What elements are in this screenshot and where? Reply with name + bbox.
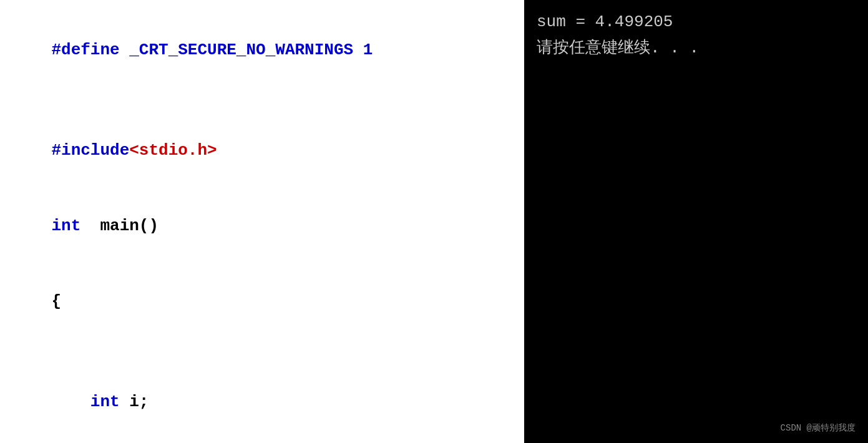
code-line-1: #define _CRT_SECURE_NO_WARNINGS 1 <box>12 12 512 88</box>
var-i: i; <box>120 392 149 411</box>
keyword-include: #include <box>51 141 129 160</box>
terminal-output-continue: 请按任意键继续. . . <box>537 36 856 62</box>
code-line-double-sum: double sum=0.0; <box>12 440 512 443</box>
code-line-blank-1 <box>12 88 512 113</box>
code-line-blank-2 <box>12 339 512 364</box>
brace-open: { <box>51 292 61 311</box>
main-signature: main() <box>80 217 158 235</box>
code-panel: #define _CRT_SECURE_NO_WARNINGS 1 #inclu… <box>0 0 524 443</box>
include-header: <stdio.h> <box>129 141 217 160</box>
keyword-int-main: int <box>51 217 80 235</box>
terminal-panel: sum = 4.499205 请按任意键继续. . . CSDN @顽特别我度 <box>524 0 868 443</box>
code-line-open-brace-main: { <box>12 264 512 339</box>
code-line-main: int main() <box>12 188 512 264</box>
terminal-watermark: CSDN @顽特别我度 <box>781 422 856 434</box>
code-line-int-i: int i; <box>12 364 512 440</box>
preprocessor-define: #define _CRT_SECURE_NO_WARNINGS 1 <box>51 41 373 59</box>
code-line-include: #include<stdio.h> <box>12 113 512 188</box>
indent-1 <box>51 392 90 411</box>
terminal-output-sum: sum = 4.499205 <box>537 9 856 36</box>
keyword-int-i: int <box>90 392 120 411</box>
